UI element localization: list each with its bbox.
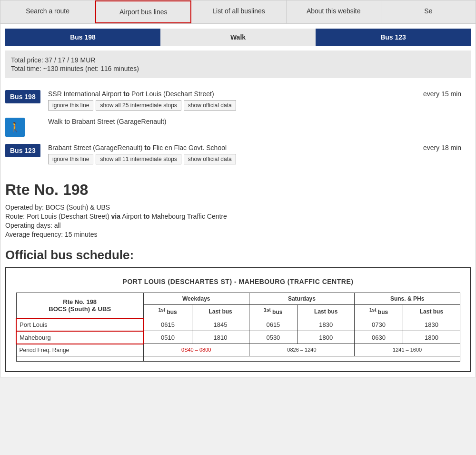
bus198-show-stops-btn[interactable]: show all 25 intermediate stops (96, 100, 181, 111)
bus198-official-data-btn[interactable]: show official data (184, 100, 236, 111)
wd-last-header: Last bus (192, 305, 249, 318)
segment-bus198: Bus 198 SSR International Airport to Por… (5, 90, 471, 111)
mahebourg-cell: Mahebourg (16, 331, 143, 344)
segment-walk: 🚶 Walk to Brabant Street (GarageRenault) (5, 118, 471, 137)
schedule-table: Rte No. 198 BOCS (South) & UBS Weekdays … (16, 293, 460, 362)
sun-first-header: 1st bus (355, 305, 403, 318)
schedule-title: Official bus schedule: (5, 248, 471, 263)
port-louis-cell: Port Louis (16, 318, 143, 331)
mah-sat-first: 0530 (249, 331, 298, 344)
period-sat: 1241 – 1600 (355, 344, 460, 356)
pl-sat-first: 0615 (249, 318, 298, 331)
walk-badge: 🚶 (5, 118, 25, 137)
avg-frequency: Average frequency: 15 minutes (5, 231, 471, 238)
weekdays-header: Weekdays (143, 293, 249, 305)
sat-last-header: Last bus (298, 305, 355, 318)
bus198-frequency: every 15 min (414, 90, 471, 98)
walk-details: Walk to Brabant Street (GarageRenault) (48, 118, 471, 128)
bus198-ignore-btn[interactable]: ignore this line (48, 100, 93, 111)
mah-sat-last: 1800 (298, 331, 355, 344)
route-info-title: Rte No. 198 (5, 181, 471, 199)
period-after-label (16, 356, 143, 361)
bus198-badge: Bus 198 (5, 90, 40, 103)
pl-sat-last: 1830 (298, 318, 355, 331)
schedule-header: PORT LOUIS (DESCHARTES ST) - MAHEBOURG (… (16, 278, 460, 285)
bus123-details: Brabant Street (GarageRenault) to Flic e… (48, 144, 414, 164)
bus198-label: Bus 198 (5, 90, 41, 103)
period-freq-row: Period Freq. Range 0S40 – 0800 0826 – 12… (16, 344, 460, 356)
navigation: Search a route Airport bus lines List of… (0, 0, 476, 24)
walk-description: Walk to Brabant Street (GarageRenault) (48, 118, 471, 125)
route-progress-tabs: Bus 198 Walk Bus 123 (5, 29, 471, 46)
nav-extra[interactable]: Se (381, 0, 476, 23)
bus123-from: Brabant Street (GarageRenault) (48, 144, 142, 152)
table-row-port-louis: Port Louis 0615 1845 0615 1830 0730 1830 (16, 318, 460, 331)
period-wd2: 0826 – 1240 (249, 344, 355, 356)
route-summary: Total price: 37 / 17 / 19 MUR Total time… (5, 51, 471, 78)
segment-bus123: Bus 123 Brabant Street (GarageRenault) t… (5, 144, 471, 164)
period-after1600 (143, 356, 460, 361)
schedule-box: PORT LOUIS (DESCHARTES ST) - MAHEBOURG (… (5, 267, 471, 372)
pl-sun-first: 0730 (355, 318, 403, 331)
operating-days: Operating days: all (5, 222, 471, 229)
bus123-badge: Bus 123 (5, 144, 40, 157)
bus123-buttons: ignore this line show all 11 intermediat… (48, 154, 414, 164)
tab-bus198[interactable]: Bus 198 (5, 29, 160, 46)
pl-wd-last: 1845 (192, 318, 249, 331)
pl-sun-last: 1830 (403, 318, 460, 331)
bus123-show-stops-btn[interactable]: show all 11 intermediate stops (96, 154, 181, 164)
total-price: Total price: 37 / 17 / 19 MUR (11, 56, 465, 64)
tab-bus123[interactable]: Bus 123 (316, 29, 471, 46)
bus198-from: SSR International Airport (48, 90, 121, 98)
bus123-label: Bus 123 (5, 144, 41, 157)
saturdays-header: Saturdays (249, 293, 355, 305)
operated-by: Operated by: BOCS (South) & UBS (5, 203, 471, 211)
schedule-header-row1: Rte No. 198 BOCS (South) & UBS Weekdays … (16, 293, 460, 305)
sun-last-header: Last bus (403, 305, 460, 318)
period-wd: 0S40 – 0800 (143, 344, 249, 356)
bus198-to: Port Louis (Deschart Street) (131, 90, 214, 98)
mah-wd-first: 0510 (143, 331, 192, 344)
tab-walk[interactable]: Walk (160, 29, 316, 46)
route-info-details: Operated by: BOCS (South) & UBS Route: P… (5, 203, 471, 238)
bus198-route-title: SSR International Airport to Port Louis … (48, 90, 414, 98)
bus123-official-data-btn[interactable]: show official data (184, 154, 236, 164)
total-time: Total time: ~130 minutes (net: 116 minut… (11, 65, 465, 72)
period-label: Period Freq. Range (16, 344, 143, 356)
route-description: Route: Port Louis (Deschart Street) via … (5, 212, 471, 220)
walk-label: 🚶 (5, 118, 41, 137)
mah-sun-first: 0630 (355, 331, 403, 344)
bus198-details: SSR International Airport to Port Louis … (48, 90, 414, 111)
table-row-mahebourg: Mahebourg 0510 1810 0530 1800 0630 1800 (16, 331, 460, 344)
sat-first-header: 1st bus (249, 305, 298, 318)
bus123-to: Flic en Flac Govt. School (152, 144, 227, 152)
bus198-buttons: ignore this line show all 25 intermediat… (48, 100, 414, 111)
mah-sun-last: 1800 (403, 331, 460, 344)
nav-airport-bus[interactable]: Airport bus lines (95, 0, 191, 23)
walk-icon: 🚶 (9, 121, 21, 133)
nav-search-route[interactable]: Search a route (0, 0, 95, 23)
suns-phs-header: Suns. & PHs (355, 293, 460, 305)
nav-about[interactable]: About this website (287, 0, 381, 23)
nav-all-buslines[interactable]: List of all buslines (191, 0, 286, 23)
route-segments-container: Bus 198 SSR International Airport to Por… (5, 83, 471, 172)
bus123-frequency: every 18 min (414, 144, 471, 152)
period-freq-row2 (16, 356, 460, 361)
mah-wd-last: 1810 (192, 331, 249, 344)
wd-first-header: 1st bus (143, 305, 192, 318)
route-number-cell: Rte No. 198 BOCS (South) & UBS (16, 293, 143, 318)
pl-wd-first: 0615 (143, 318, 192, 331)
bus123-route-title: Brabant Street (GarageRenault) to Flic e… (48, 144, 414, 152)
bus123-ignore-btn[interactable]: ignore this line (48, 154, 93, 164)
